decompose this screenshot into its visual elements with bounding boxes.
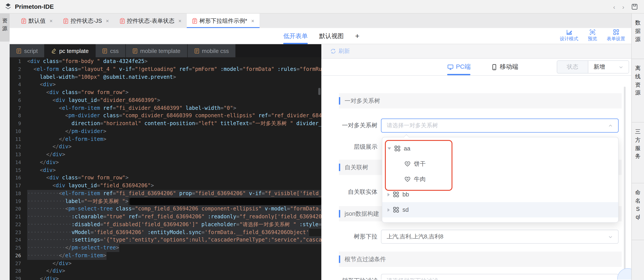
add-view-button[interactable]: + (355, 28, 360, 44)
tree-node-0-1[interactable]: 牛肉 (382, 171, 618, 187)
line-number: 17 (10, 182, 27, 190)
code-line-11[interactable]: 11 </el-form-item> (10, 136, 321, 143)
code-line-8[interactable]: 8 <pm-divider class="comp_divider_684603… (10, 112, 321, 120)
line-number: 24 (10, 237, 27, 244)
close-icon[interactable]: × (106, 18, 109, 24)
code-line-6[interactable]: 6 <div layout_id="divider_68460399"> (10, 97, 321, 105)
field-label: 树形下拉 (321, 233, 378, 241)
caret-collapsed-icon[interactable] (388, 193, 390, 196)
save-icon[interactable] (631, 3, 638, 10)
tree-dropdown-input[interactable]: 上汽,吉利,上汽8,吉利8 (381, 230, 618, 244)
line-number: 29 (10, 275, 27, 280)
state-value-dropdown[interactable]: 新增 (588, 61, 629, 73)
editor-tab-mobile-template[interactable]: mobile template (126, 44, 187, 57)
code-line-2[interactable]: 2 <el-form class="layout_4 " v-if="!getL… (10, 66, 321, 74)
floating-corner-button[interactable] (617, 268, 631, 280)
code-line-13[interactable]: 13 </div> (10, 151, 321, 159)
code-line-24[interactable]: 24··············:settings='{"type":"enti… (10, 237, 321, 244)
popup-arrow (403, 134, 410, 140)
state-select[interactable]: 状态 新增 (557, 60, 629, 74)
code-line-20[interactable]: 20············<pm-select-tree class="com… (10, 205, 321, 213)
code-line-16[interactable]: 16 <div class="row form_row"> (10, 174, 321, 182)
tab-lowcode-form[interactable]: 低开表单 (283, 28, 308, 44)
code-line-1[interactable]: 1<div class="form-body " data-4324fe25> (10, 58, 321, 66)
file-tab-3[interactable]: 树形下拉组件示例*× (187, 13, 260, 28)
close-icon[interactable]: × (178, 18, 182, 24)
tree-node-label: aa (404, 145, 410, 152)
form-settings-button[interactable]: 表单设置 (607, 29, 625, 42)
file-tab-0[interactable]: 默认值× (16, 13, 58, 28)
tree-node-1[interactable]: bb (382, 187, 618, 202)
code-line-19[interactable]: 19············label="一对多关系树 "> (10, 198, 321, 205)
file-tab-2[interactable]: 控件状态-表单状态× (114, 13, 187, 28)
right-rail-item-2[interactable]: 三方服务 (632, 123, 644, 183)
code-line-9[interactable]: 9 direction="horizontal" content-positio… (10, 120, 321, 128)
right-rail-item-3[interactable]: 命名Sql (632, 183, 644, 240)
code-text: ··········<el-form-item ref="fi_field_63… (27, 190, 321, 198)
code-line-27[interactable]: 27 </div> (10, 260, 321, 268)
code-line-7[interactable]: 7 <el-form-item ref="fi_divider_68460399… (10, 104, 321, 112)
code-line-17[interactable]: 17 <div layout_id="field_63694206"> (10, 182, 321, 190)
left-rail-tab-label: 资源 (2, 17, 8, 32)
caret-collapsed-icon[interactable] (388, 208, 390, 212)
history-forward-icon[interactable]: › (622, 4, 624, 10)
line-number: 27 (10, 260, 27, 268)
field-row-tree-dropdown: 树形下拉 上汽,吉利,上汽8,吉利8 (321, 230, 618, 244)
view-tabs: 低开表单 默认视图 + (283, 28, 360, 44)
form-scrollbar[interactable] (624, 87, 626, 275)
tab-default-view[interactable]: 默认视图 (319, 28, 344, 44)
code-text: </div> (27, 151, 65, 159)
tab-pc[interactable]: PC端 (447, 59, 470, 75)
code-line-21[interactable]: 21··············:clearable="true" ref="r… (10, 213, 321, 221)
line-number: 21 (10, 213, 27, 221)
line-number: 22 (10, 221, 27, 229)
tree-node-0[interactable]: aa (382, 141, 618, 156)
tree-node-label: 牛肉 (414, 175, 426, 183)
tree-node-2[interactable]: sd (382, 202, 618, 217)
tree-node-0-0[interactable]: 饼干 (382, 156, 618, 171)
code-line-12[interactable]: 12 </div> (10, 143, 321, 151)
code-line-22[interactable]: 22··············:disabled="f_disabled['f… (10, 221, 321, 229)
line-number: 16 (10, 174, 27, 182)
code-line-15[interactable]: 15 <div> (10, 166, 321, 174)
tree-dropdown-filter-input[interactable]: 请选择树形下拉过滤 (381, 274, 618, 280)
code-area[interactable]: 1<div class="form-body " data-4324fe25>2… (10, 57, 321, 280)
code-line-26[interactable]: 26··········</el-form-item> (10, 252, 321, 260)
preview-eye-icon (589, 29, 596, 35)
tab-mobile[interactable]: 移动端 (491, 59, 518, 75)
editor-tab-script[interactable]: script (10, 44, 44, 57)
section-header-relation-tree: 一对多关系树 (339, 93, 622, 109)
editor-tab-mobile-css[interactable]: mobile css (188, 44, 236, 57)
code-line-28[interactable]: 28 </div> (10, 268, 321, 276)
relation-tree-select-input[interactable]: 请选择一对多关系树 (381, 119, 618, 133)
code-line-10[interactable]: 10 </pm-divider> (10, 128, 321, 136)
code-line-18[interactable]: 18··········<el-form-item ref="fi_field_… (10, 190, 321, 198)
code-line-23[interactable]: 23··············vModel='field_63694206' … (10, 229, 321, 237)
left-rail-tab-resources[interactable]: 资源 (0, 13, 10, 42)
code-line-14[interactable]: 14 </div> (10, 159, 321, 167)
line-number: 5 (10, 89, 27, 97)
code-line-29[interactable]: 29 </div> (10, 275, 321, 280)
right-rail-item-1[interactable]: 离线资源 (632, 59, 644, 123)
close-icon[interactable]: × (251, 18, 254, 24)
editor-tab-css[interactable]: css (96, 44, 126, 57)
history-back-icon[interactable]: ‹ (613, 4, 615, 10)
file-tab-1[interactable]: 控件状态-JS× (58, 13, 114, 28)
close-icon[interactable]: × (50, 18, 52, 24)
code-editor: scriptpc templatecssmobile templatemobil… (10, 44, 321, 280)
refresh-label[interactable]: 刷新 (338, 47, 350, 55)
caret-expanded-icon[interactable] (388, 147, 391, 150)
editor-tab-pc-template[interactable]: pc template (45, 44, 95, 57)
grid-icon (393, 206, 400, 213)
right-rail-item-0[interactable]: 数据源 (632, 13, 644, 59)
editor-scrollbar[interactable] (318, 88, 320, 95)
refresh-icon[interactable] (330, 48, 336, 54)
preview-button[interactable]: 预览 (588, 29, 597, 42)
code-line-4[interactable]: 4 <div> (10, 81, 321, 89)
code-text: ··············:settings='{"type":"entity… (27, 237, 321, 244)
code-line-25[interactable]: 25············</pm-select-tree> (10, 244, 321, 252)
code-line-5[interactable]: 5 <div class="row form_row"> (10, 89, 321, 97)
tree-node-label: bb (402, 191, 409, 198)
design-mode-button[interactable]: 设计模式 (560, 29, 578, 42)
code-line-3[interactable]: 3 label-width="100px" @submit.native.pre… (10, 73, 321, 81)
